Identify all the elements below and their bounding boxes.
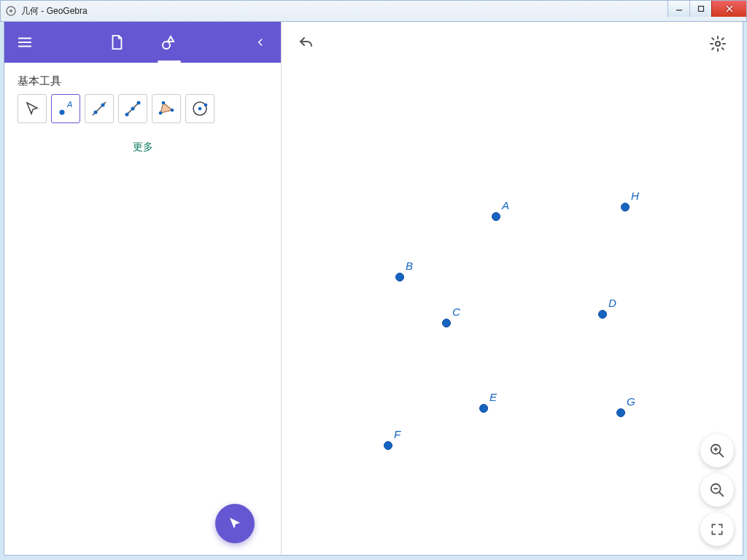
- point-H[interactable]: H: [621, 203, 630, 211]
- point-tool[interactable]: A: [51, 94, 80, 123]
- tools-section-title: 基本工具: [4, 63, 281, 94]
- point-label: H: [631, 190, 639, 202]
- point-label: B: [406, 260, 413, 272]
- zoom-controls: [700, 434, 734, 546]
- point-dot: [616, 408, 625, 417]
- point-dot: [621, 203, 630, 211]
- point-dot: [395, 273, 404, 281]
- zoom-out-button[interactable]: [700, 473, 734, 507]
- svg-point-17: [162, 101, 166, 105]
- svg-point-22: [716, 42, 720, 46]
- point-dot: [479, 404, 488, 413]
- tab-tools[interactable]: [155, 28, 184, 57]
- app-frame: 基本工具 A 更多: [4, 22, 743, 556]
- more-tools-button[interactable]: 更多: [4, 123, 281, 171]
- point-C[interactable]: C: [442, 319, 451, 327]
- point-label: G: [627, 395, 635, 408]
- svg-point-15: [137, 101, 141, 105]
- svg-point-10: [94, 111, 98, 114]
- svg-line-24: [719, 453, 724, 457]
- point-A[interactable]: A: [492, 212, 500, 221]
- point-E[interactable]: E: [479, 404, 488, 413]
- sidebar-topbar: [4, 22, 281, 63]
- point-dot: [384, 441, 392, 450]
- canvas-toolbar: [292, 29, 732, 58]
- point-G[interactable]: G: [616, 408, 625, 417]
- svg-line-28: [719, 492, 724, 497]
- window-titlebar: 几何 - GeoGebra: [0, 0, 747, 22]
- sidebar: 基本工具 A 更多: [4, 22, 282, 555]
- svg-point-20: [198, 107, 202, 111]
- tab-algebra[interactable]: [102, 28, 131, 57]
- point-label: A: [502, 199, 509, 211]
- segment-tool[interactable]: [118, 94, 147, 123]
- svg-point-21: [204, 104, 208, 107]
- svg-point-13: [125, 113, 129, 117]
- line-tool[interactable]: [85, 94, 114, 123]
- minimize-button[interactable]: [667, 1, 689, 17]
- tools-row: A: [4, 94, 281, 123]
- point-dot: [492, 212, 500, 221]
- svg-point-7: [60, 110, 65, 115]
- collapse-sidebar-button[interactable]: [246, 28, 275, 57]
- point-label: C: [452, 306, 460, 318]
- window-controls: [667, 1, 746, 17]
- mode-fab[interactable]: [215, 504, 255, 543]
- menu-button[interactable]: [10, 28, 39, 57]
- maximize-button[interactable]: [689, 1, 711, 17]
- point-F[interactable]: F: [384, 441, 392, 450]
- svg-point-18: [171, 109, 174, 112]
- undo-button[interactable]: [292, 29, 321, 58]
- zoom-in-button[interactable]: [700, 434, 734, 467]
- point-dot: [598, 310, 607, 319]
- svg-point-11: [101, 104, 105, 107]
- point-dot: [442, 319, 451, 327]
- polygon-tool[interactable]: [152, 94, 181, 123]
- svg-point-16: [159, 112, 163, 115]
- svg-point-6: [163, 42, 170, 49]
- circle-tool[interactable]: [185, 94, 214, 123]
- point-B[interactable]: B: [395, 273, 404, 281]
- close-button[interactable]: [711, 1, 746, 17]
- app-icon: [5, 5, 17, 17]
- fullscreen-button[interactable]: [700, 513, 734, 546]
- graphics-view[interactable]: ABCDEFGH: [282, 22, 743, 555]
- svg-point-1: [9, 9, 12, 12]
- svg-text:A: A: [66, 100, 72, 109]
- point-D[interactable]: D: [598, 310, 607, 319]
- point-label: F: [394, 428, 400, 440]
- svg-rect-3: [698, 7, 703, 12]
- view-tabs: [102, 28, 184, 57]
- point-label: D: [608, 297, 616, 309]
- svg-point-14: [131, 107, 135, 111]
- settings-button[interactable]: [703, 29, 732, 58]
- window-title: 几何 - GeoGebra: [21, 5, 88, 18]
- move-tool[interactable]: [18, 94, 47, 123]
- point-label: E: [489, 391, 497, 403]
